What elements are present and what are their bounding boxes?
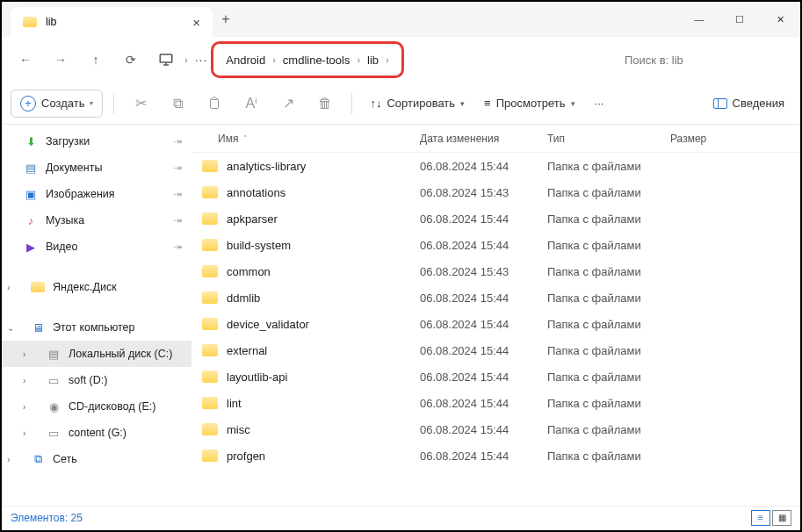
rename-button[interactable]: Aⁱ (235, 90, 267, 118)
file-row[interactable]: device_validator06.08.2024 15:44Папка с … (191, 311, 800, 337)
pin-icon: 📌︎ (170, 240, 184, 254)
details-pane-button[interactable]: Сведения (706, 90, 791, 118)
folder-icon (202, 265, 218, 277)
chevron-right-icon[interactable]: › (353, 54, 364, 65)
breadcrumb-seg[interactable]: cmdline-tools (279, 54, 354, 67)
chevron-right-icon[interactable]: › (23, 428, 35, 438)
file-row[interactable]: apkparser06.08.2024 15:44Папка с файлами (191, 205, 800, 232)
sidebar-item-pictures[interactable]: ▣Изображения📌︎ (2, 181, 191, 207)
file-row[interactable]: analytics-library06.08.2024 15:44Папка с… (191, 153, 800, 179)
file-name: lint (227, 397, 242, 410)
file-row[interactable]: lint06.08.2024 15:44Папка с файлами (191, 390, 800, 416)
create-button[interactable]: + Создать ▾ (11, 90, 103, 118)
details-view-button[interactable]: ≡ (751, 510, 770, 526)
sidebar-item-contentg[interactable]: ›▭content (G:) (2, 420, 191, 446)
file-type: Папка с файлами (547, 291, 670, 305)
window-tab[interactable]: lib × (11, 7, 213, 37)
sidebar-item-videos[interactable]: ▶Видео📌︎ (2, 234, 191, 260)
more-button[interactable]: ··· (588, 90, 611, 118)
sidebar-item-thispc[interactable]: ⌄🖥︎Этот компьютер (2, 314, 191, 341)
col-type-header[interactable]: Тип (547, 133, 670, 145)
close-tab-icon[interactable]: × (192, 15, 200, 30)
svg-rect-0 (160, 54, 172, 62)
view-label: Просмотреть (496, 97, 566, 110)
refresh-button[interactable]: ⟳ (114, 44, 148, 75)
file-type: Папка с файлами (547, 160, 670, 173)
file-row[interactable]: build-system06.08.2024 15:44Папка с файл… (191, 232, 800, 258)
file-row[interactable]: ddmlib06.08.2024 15:44Папка с файлами (191, 284, 800, 311)
maximize-button[interactable]: ☐ (719, 2, 760, 37)
file-type: Папка с файлами (547, 423, 670, 436)
cut-button[interactable]: ✂ (125, 90, 156, 118)
copy-button[interactable]: ⧉ (162, 90, 193, 118)
pin-icon: 📌︎ (170, 134, 184, 148)
sidebar-item-downloads[interactable]: ⬇Загрузки📌︎ (2, 128, 191, 155)
file-row[interactable]: external06.08.2024 15:44Папка с файлами (191, 337, 800, 363)
toolbar: + Создать ▾ ✂ ⧉ 📋︎ Aⁱ ↗ 🗑︎ ↑↓ Сортироват… (2, 83, 800, 125)
file-name: apkparser (227, 212, 278, 226)
sidebar-item-localc[interactable]: ›▤Локальный диск (C:) (2, 341, 191, 367)
file-date: 06.08.2024 15:44 (420, 344, 547, 357)
minimize-button[interactable]: — (679, 2, 719, 37)
search-input[interactable] (618, 45, 793, 75)
file-type: Папка с файлами (547, 397, 670, 410)
sidebar-item-softd[interactable]: ›▭soft (D:) (2, 367, 191, 393)
path-overflow[interactable]: ··· (191, 53, 212, 67)
chevron-right-icon[interactable]: › (269, 54, 279, 65)
window-controls: — ☐ ✕ (679, 2, 800, 37)
statusbar: Элементов: 25 ≡ ▦ (4, 506, 798, 528)
file-type: Папка с файлами (547, 370, 670, 384)
breadcrumb-seg[interactable]: Android (222, 54, 269, 67)
sidebar-item-yandex[interactable]: ›Яндекс.Диск (2, 274, 191, 300)
details-icon (713, 98, 727, 109)
sort-icon: ↑↓ (370, 97, 381, 110)
sidebar-item-documents[interactable]: ▤Документы📌︎ (2, 155, 191, 181)
chevron-right-icon[interactable]: › (382, 54, 393, 65)
file-name: device_validator (227, 318, 309, 331)
breadcrumb-highlight: Android › cmdline-tools › lib › (211, 41, 403, 78)
file-name: external (227, 344, 267, 357)
forward-button[interactable]: → (44, 44, 77, 75)
file-date: 06.08.2024 15:43 (420, 186, 547, 199)
monitor-icon (156, 50, 176, 69)
chevron-right-icon[interactable]: › (23, 376, 35, 385)
up-button[interactable]: ↑ (79, 44, 112, 75)
col-date-header[interactable]: Дата изменения (420, 133, 547, 145)
sidebar-item-network[interactable]: ›⧉Сеть (2, 446, 191, 472)
back-button[interactable]: ← (9, 44, 42, 75)
address-bar[interactable]: › ··· Android › cmdline-tools › lib › (155, 44, 611, 75)
file-row[interactable]: misc06.08.2024 15:44Папка с файлами (191, 416, 800, 442)
sort-button[interactable]: ↑↓ Сортировать ▾ (363, 90, 472, 118)
create-label: Создать (41, 97, 84, 110)
file-row[interactable]: layoutlib-api06.08.2024 15:44Папка с фай… (191, 363, 800, 390)
folder-icon (202, 318, 218, 330)
file-type: Папка с файлами (547, 186, 670, 199)
file-date: 06.08.2024 15:44 (420, 370, 547, 384)
chevron-down-icon: ▾ (571, 99, 575, 108)
file-row[interactable]: annotations06.08.2024 15:43Папка с файла… (191, 179, 800, 205)
close-window-button[interactable]: ✕ (760, 2, 800, 37)
delete-button[interactable]: 🗑︎ (309, 90, 341, 118)
file-row[interactable]: common06.08.2024 15:43Папка с файлами (191, 258, 800, 284)
chevron-right-icon[interactable]: › (23, 349, 35, 359)
tab-title: lib (46, 16, 184, 28)
new-tab-button[interactable]: + (213, 11, 239, 27)
paste-button[interactable]: 📋︎ (199, 90, 230, 118)
col-name-header[interactable]: Имя˄ (191, 133, 420, 145)
file-row[interactable]: profgen06.08.2024 15:44Папка с файлами (191, 442, 800, 469)
chevron-down-icon[interactable]: ⌄ (7, 323, 19, 333)
sidebar-item-cde[interactable]: ›◉CD-дисковод (E:) (2, 393, 191, 420)
file-list: Имя˄ Дата изменения Тип Размер analytics… (191, 125, 800, 507)
icons-view-button[interactable]: ▦ (772, 510, 791, 526)
chevron-right-icon[interactable]: › (7, 455, 19, 464)
chevron-right-icon[interactable]: › (23, 402, 35, 412)
col-size-header[interactable]: Размер (670, 133, 749, 145)
sidebar-item-music[interactable]: ♪Музыка📌︎ (2, 207, 191, 234)
share-button[interactable]: ↗ (272, 90, 304, 118)
chevron-right-icon[interactable]: › (7, 283, 19, 292)
file-name: common (227, 265, 271, 278)
file-date: 06.08.2024 15:44 (420, 239, 547, 252)
view-button[interactable]: ≡ Просмотреть ▾ (477, 90, 582, 118)
breadcrumb-seg[interactable]: lib (364, 54, 382, 67)
chevron-right-icon[interactable]: › (181, 54, 191, 65)
